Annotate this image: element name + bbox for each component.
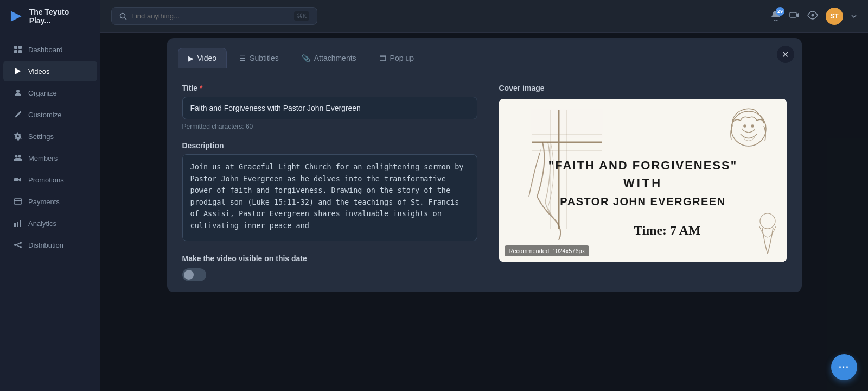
attachments-tab-icon: 📎 (302, 54, 310, 62)
sidebar-item-label: Settings (28, 133, 54, 141)
svg-point-20 (120, 13, 125, 18)
modal-right-column: Cover image (499, 84, 787, 281)
sidebar-item-videos[interactable]: Videos (3, 61, 97, 81)
modal-tabs: ▶ Video ☰ Subtitles 📎 Attachments 🗔 Pop … (167, 38, 802, 68)
sidebar-item-label: Videos (28, 67, 50, 75)
main-content: ✕ ▶ Video ☰ Subtitles 📎 Attachments 🗔 Po (100, 33, 868, 391)
svg-point-8 (18, 155, 21, 158)
popup-tab-icon: 🗔 (379, 54, 386, 62)
cover-image-recommended: Recommended: 1024x576px (505, 245, 590, 256)
chat-bubble-icon: ··· (839, 362, 849, 372)
modal-body: Title * Permitted characters: 60 Descrip… (167, 68, 802, 292)
tab-popup[interactable]: 🗔 Pop up (369, 48, 424, 68)
tab-video-label: Video (197, 54, 217, 62)
tab-subtitles-label: Subtitles (250, 54, 279, 62)
svg-line-19 (16, 245, 20, 247)
sidebar-item-label: Analytics (28, 219, 56, 228)
tab-subtitles[interactable]: ☰ Subtitles (229, 48, 289, 68)
sidebar-item-label: Members (28, 154, 58, 162)
cover-image-svg: "FAITH AND FORGIVENESS" WITH PASTOR JOHN… (499, 99, 787, 262)
sidebar-item-analytics[interactable]: Analytics (3, 213, 97, 234)
settings-icon (13, 131, 23, 141)
notification-button[interactable]: 29 (770, 10, 781, 23)
title-field-label: Title * (182, 84, 477, 92)
cover-image-container[interactable]: "FAITH AND FORGIVENESS" WITH PASTOR JOHN… (499, 99, 787, 262)
sidebar-item-distribution[interactable]: Distribution (3, 235, 97, 255)
video-tab-icon: ▶ (188, 54, 194, 62)
sidebar-nav: Dashboard Videos Organize Customize Sett… (0, 33, 100, 391)
sidebar-item-members[interactable]: Members (3, 148, 97, 168)
topbar-right: 29 ST (770, 8, 857, 25)
title-input[interactable] (182, 97, 477, 119)
organize-icon (13, 88, 23, 98)
modal-close-button[interactable]: ✕ (777, 46, 794, 63)
sidebar-item-label: Customize (28, 111, 61, 119)
topbar: ⌘K 29 ST (100, 0, 868, 33)
notification-badge: 29 (776, 7, 784, 16)
sidebar-item-label: Dashboard (28, 46, 63, 54)
sidebar-item-settings[interactable]: Settings (3, 126, 97, 147)
sidebar-item-label: Distribution (28, 241, 63, 249)
chat-bubble-button[interactable]: ··· (831, 354, 857, 380)
visibility-section: Make the video visible on this date (182, 254, 477, 281)
svg-rect-12 (14, 223, 16, 227)
app-logo (9, 9, 24, 24)
title-field-group: Title * Permitted characters: 60 (182, 84, 477, 130)
members-icon (13, 153, 23, 163)
modal-overlay: ✕ ▶ Video ☰ Subtitles 📎 Attachments 🗔 Po (100, 33, 868, 391)
svg-text:"FAITH AND FORGIVENESS": "FAITH AND FORGIVENESS" (548, 159, 737, 172)
svg-rect-13 (17, 222, 18, 227)
search-input[interactable] (131, 12, 290, 20)
svg-point-16 (20, 246, 22, 248)
customize-icon (13, 110, 23, 119)
svg-line-21 (125, 17, 127, 20)
visibility-label: Make the video visible on this date (182, 254, 477, 263)
svg-text:PASTOR JOHN EVERGREEN: PASTOR JOHN EVERGREEN (560, 195, 725, 207)
search-icon (119, 12, 127, 20)
svg-point-17 (14, 244, 16, 246)
sidebar-item-promotions[interactable]: Promotions (3, 169, 97, 190)
svg-line-18 (16, 243, 20, 245)
analytics-icon (13, 218, 23, 228)
search-bar[interactable]: ⌘K (111, 7, 317, 25)
chevron-down-icon (851, 13, 857, 20)
modal-left-column: Title * Permitted characters: 60 Descrip… (182, 84, 477, 281)
videos-icon (13, 66, 23, 76)
svg-rect-2 (18, 46, 22, 49)
sidebar-item-dashboard[interactable]: Dashboard (3, 39, 97, 60)
cover-image-label: Cover image (499, 84, 787, 92)
svg-text:WITH: WITH (623, 176, 662, 190)
tab-popup-label: Pop up (390, 54, 414, 62)
avatar[interactable]: ST (826, 8, 843, 25)
sidebar-item-label: Promotions (28, 176, 64, 184)
tab-attachments-label: Attachments (314, 54, 356, 62)
svg-rect-11 (14, 200, 22, 201)
description-textarea[interactable]: Join us at Graceful Light Church for an … (182, 154, 477, 241)
eye-icon (807, 10, 818, 23)
svg-point-34 (751, 125, 754, 127)
svg-point-7 (15, 155, 18, 158)
tab-video[interactable]: ▶ Video (178, 48, 227, 68)
sidebar-item-payments[interactable]: Payments (3, 191, 97, 212)
toggle-thumb (184, 270, 194, 280)
search-shortcut: ⌘K (294, 11, 309, 21)
payments-icon (13, 197, 23, 206)
sidebar-item-label: Organize (28, 89, 57, 97)
sidebar-item-customize[interactable]: Customize (3, 104, 97, 125)
svg-rect-1 (14, 46, 17, 49)
svg-text:Time: 7 AM: Time: 7 AM (634, 223, 701, 237)
tab-attachments[interactable]: 📎 Attachments (291, 48, 367, 68)
sidebar: The Teyuto Play... Dashboard Videos Orga… (0, 0, 100, 391)
description-field-label: Description (182, 141, 477, 150)
promotions-icon (13, 175, 23, 185)
sidebar-item-organize[interactable]: Organize (3, 83, 97, 103)
svg-rect-3 (14, 50, 17, 53)
app-title: The Teyuto Play... (29, 8, 92, 25)
visibility-toggle[interactable] (182, 268, 206, 281)
svg-marker-0 (11, 11, 22, 22)
svg-point-6 (16, 90, 20, 93)
toggle-row (182, 268, 477, 281)
required-indicator: * (200, 84, 202, 92)
video-edit-modal: ✕ ▶ Video ☰ Subtitles 📎 Attachments 🗔 Po (167, 38, 802, 292)
sidebar-item-label: Payments (28, 198, 60, 206)
